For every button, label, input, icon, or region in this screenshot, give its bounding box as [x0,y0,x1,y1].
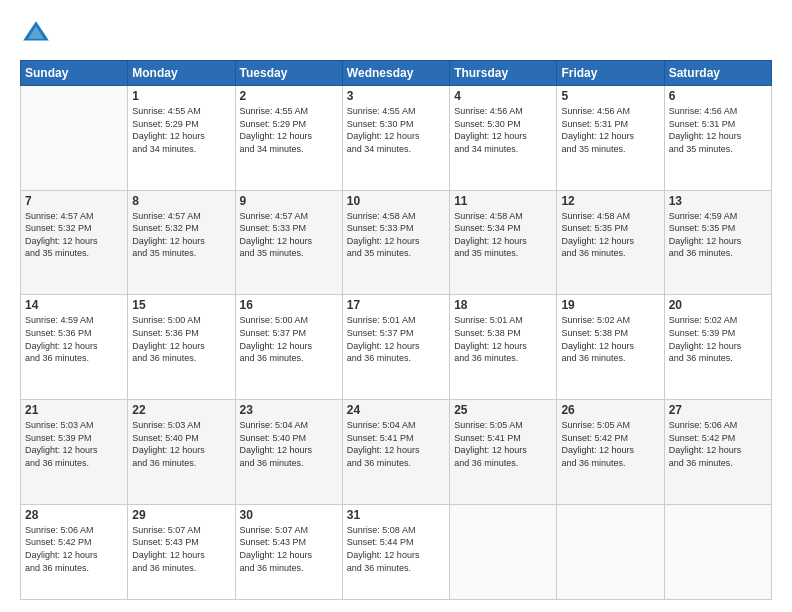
calendar-cell: 6Sunrise: 4:56 AM Sunset: 5:31 PM Daylig… [664,86,771,191]
calendar-cell: 13Sunrise: 4:59 AM Sunset: 5:35 PM Dayli… [664,190,771,295]
day-info: Sunrise: 4:57 AM Sunset: 5:32 PM Dayligh… [25,210,123,260]
calendar-cell: 29Sunrise: 5:07 AM Sunset: 5:43 PM Dayli… [128,504,235,599]
day-info: Sunrise: 4:56 AM Sunset: 5:30 PM Dayligh… [454,105,552,155]
calendar-cell: 30Sunrise: 5:07 AM Sunset: 5:43 PM Dayli… [235,504,342,599]
day-number: 13 [669,194,767,208]
calendar-cell: 5Sunrise: 4:56 AM Sunset: 5:31 PM Daylig… [557,86,664,191]
logo [20,18,56,50]
calendar-cell: 2Sunrise: 4:55 AM Sunset: 5:29 PM Daylig… [235,86,342,191]
calendar-cell: 4Sunrise: 4:56 AM Sunset: 5:30 PM Daylig… [450,86,557,191]
calendar-cell: 10Sunrise: 4:58 AM Sunset: 5:33 PM Dayli… [342,190,449,295]
day-info: Sunrise: 5:03 AM Sunset: 5:40 PM Dayligh… [132,419,230,469]
header [20,18,772,50]
calendar-cell [21,86,128,191]
week-row-2: 7Sunrise: 4:57 AM Sunset: 5:32 PM Daylig… [21,190,772,295]
day-number: 12 [561,194,659,208]
calendar-cell: 19Sunrise: 5:02 AM Sunset: 5:38 PM Dayli… [557,295,664,400]
calendar-cell [450,504,557,599]
calendar-cell: 12Sunrise: 4:58 AM Sunset: 5:35 PM Dayli… [557,190,664,295]
calendar-cell: 15Sunrise: 5:00 AM Sunset: 5:36 PM Dayli… [128,295,235,400]
week-row-4: 21Sunrise: 5:03 AM Sunset: 5:39 PM Dayli… [21,400,772,505]
day-number: 1 [132,89,230,103]
day-info: Sunrise: 4:57 AM Sunset: 5:33 PM Dayligh… [240,210,338,260]
day-info: Sunrise: 4:58 AM Sunset: 5:35 PM Dayligh… [561,210,659,260]
calendar-cell: 16Sunrise: 5:00 AM Sunset: 5:37 PM Dayli… [235,295,342,400]
day-info: Sunrise: 5:02 AM Sunset: 5:38 PM Dayligh… [561,314,659,364]
day-number: 27 [669,403,767,417]
weekday-header-wednesday: Wednesday [342,61,449,86]
day-number: 26 [561,403,659,417]
calendar-cell: 9Sunrise: 4:57 AM Sunset: 5:33 PM Daylig… [235,190,342,295]
day-number: 3 [347,89,445,103]
calendar-cell: 21Sunrise: 5:03 AM Sunset: 5:39 PM Dayli… [21,400,128,505]
week-row-3: 14Sunrise: 4:59 AM Sunset: 5:36 PM Dayli… [21,295,772,400]
calendar-cell: 25Sunrise: 5:05 AM Sunset: 5:41 PM Dayli… [450,400,557,505]
calendar-table: SundayMondayTuesdayWednesdayThursdayFrid… [20,60,772,600]
calendar-cell: 8Sunrise: 4:57 AM Sunset: 5:32 PM Daylig… [128,190,235,295]
day-info: Sunrise: 5:07 AM Sunset: 5:43 PM Dayligh… [132,524,230,574]
day-info: Sunrise: 5:00 AM Sunset: 5:37 PM Dayligh… [240,314,338,364]
logo-icon [20,18,52,50]
weekday-header-tuesday: Tuesday [235,61,342,86]
day-number: 16 [240,298,338,312]
day-number: 29 [132,508,230,522]
day-number: 24 [347,403,445,417]
day-number: 20 [669,298,767,312]
day-info: Sunrise: 4:57 AM Sunset: 5:32 PM Dayligh… [132,210,230,260]
day-number: 11 [454,194,552,208]
day-number: 31 [347,508,445,522]
day-number: 7 [25,194,123,208]
calendar-cell: 20Sunrise: 5:02 AM Sunset: 5:39 PM Dayli… [664,295,771,400]
calendar-cell: 23Sunrise: 5:04 AM Sunset: 5:40 PM Dayli… [235,400,342,505]
day-info: Sunrise: 4:58 AM Sunset: 5:34 PM Dayligh… [454,210,552,260]
calendar-cell: 7Sunrise: 4:57 AM Sunset: 5:32 PM Daylig… [21,190,128,295]
calendar-cell: 26Sunrise: 5:05 AM Sunset: 5:42 PM Dayli… [557,400,664,505]
day-info: Sunrise: 4:58 AM Sunset: 5:33 PM Dayligh… [347,210,445,260]
day-info: Sunrise: 5:05 AM Sunset: 5:41 PM Dayligh… [454,419,552,469]
day-number: 17 [347,298,445,312]
page: SundayMondayTuesdayWednesdayThursdayFrid… [0,0,792,612]
day-info: Sunrise: 5:04 AM Sunset: 5:41 PM Dayligh… [347,419,445,469]
day-info: Sunrise: 5:06 AM Sunset: 5:42 PM Dayligh… [669,419,767,469]
day-number: 25 [454,403,552,417]
calendar-cell: 1Sunrise: 4:55 AM Sunset: 5:29 PM Daylig… [128,86,235,191]
day-number: 21 [25,403,123,417]
weekday-header-sunday: Sunday [21,61,128,86]
day-number: 30 [240,508,338,522]
day-number: 14 [25,298,123,312]
day-number: 22 [132,403,230,417]
day-info: Sunrise: 5:01 AM Sunset: 5:38 PM Dayligh… [454,314,552,364]
calendar-cell: 17Sunrise: 5:01 AM Sunset: 5:37 PM Dayli… [342,295,449,400]
day-info: Sunrise: 5:03 AM Sunset: 5:39 PM Dayligh… [25,419,123,469]
day-info: Sunrise: 4:55 AM Sunset: 5:30 PM Dayligh… [347,105,445,155]
day-info: Sunrise: 4:55 AM Sunset: 5:29 PM Dayligh… [240,105,338,155]
day-info: Sunrise: 5:08 AM Sunset: 5:44 PM Dayligh… [347,524,445,574]
day-number: 18 [454,298,552,312]
day-info: Sunrise: 5:05 AM Sunset: 5:42 PM Dayligh… [561,419,659,469]
weekday-header-row: SundayMondayTuesdayWednesdayThursdayFrid… [21,61,772,86]
calendar-cell: 11Sunrise: 4:58 AM Sunset: 5:34 PM Dayli… [450,190,557,295]
day-info: Sunrise: 5:07 AM Sunset: 5:43 PM Dayligh… [240,524,338,574]
calendar-cell: 24Sunrise: 5:04 AM Sunset: 5:41 PM Dayli… [342,400,449,505]
calendar-cell [557,504,664,599]
day-info: Sunrise: 4:59 AM Sunset: 5:35 PM Dayligh… [669,210,767,260]
day-number: 6 [669,89,767,103]
day-number: 2 [240,89,338,103]
calendar-cell: 22Sunrise: 5:03 AM Sunset: 5:40 PM Dayli… [128,400,235,505]
weekday-header-friday: Friday [557,61,664,86]
calendar-cell: 18Sunrise: 5:01 AM Sunset: 5:38 PM Dayli… [450,295,557,400]
week-row-5: 28Sunrise: 5:06 AM Sunset: 5:42 PM Dayli… [21,504,772,599]
calendar-cell [664,504,771,599]
day-info: Sunrise: 4:56 AM Sunset: 5:31 PM Dayligh… [669,105,767,155]
day-info: Sunrise: 5:06 AM Sunset: 5:42 PM Dayligh… [25,524,123,574]
day-info: Sunrise: 4:55 AM Sunset: 5:29 PM Dayligh… [132,105,230,155]
week-row-1: 1Sunrise: 4:55 AM Sunset: 5:29 PM Daylig… [21,86,772,191]
weekday-header-saturday: Saturday [664,61,771,86]
day-number: 15 [132,298,230,312]
day-number: 19 [561,298,659,312]
day-info: Sunrise: 4:56 AM Sunset: 5:31 PM Dayligh… [561,105,659,155]
calendar-cell: 28Sunrise: 5:06 AM Sunset: 5:42 PM Dayli… [21,504,128,599]
day-number: 5 [561,89,659,103]
weekday-header-thursday: Thursday [450,61,557,86]
day-number: 9 [240,194,338,208]
